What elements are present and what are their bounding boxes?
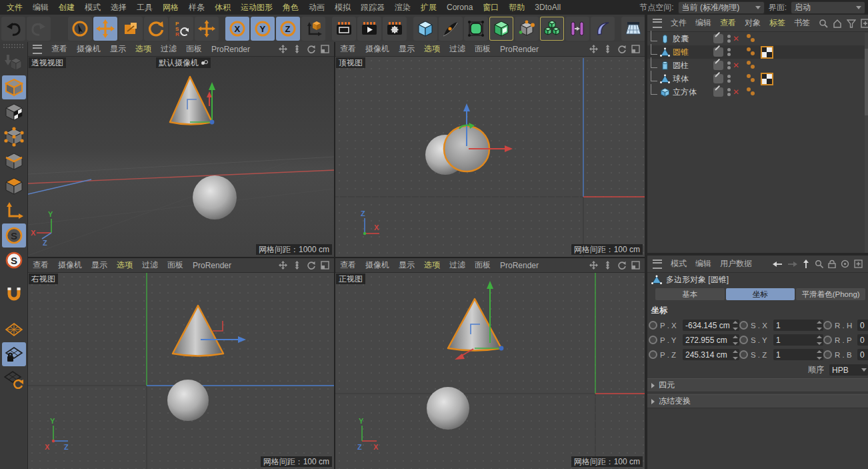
group-quaternion[interactable]: 四元 [647,378,868,392]
axis-mode-button[interactable] [2,199,26,223]
vp-menu-view[interactable]: 查看 [340,260,356,271]
vp-menu-display[interactable]: 显示 [399,260,415,271]
rotate-view-icon[interactable] [307,261,315,270]
back-icon[interactable] [773,260,783,268]
primitive-cube-button[interactable] [413,17,437,41]
visibility-dots[interactable] [727,61,731,69]
vp-menu-view[interactable]: 查看 [33,260,49,271]
point-mode-button[interactable] [2,125,26,149]
pan-view-icon[interactable] [279,261,287,270]
vp-menu-options[interactable]: 选项 [117,260,133,271]
pz-field[interactable]: 245.314 cm [683,349,739,360]
stepper-icon[interactable] [733,336,738,345]
key-circle[interactable] [823,336,832,344]
gizmo-z-handle[interactable] [499,346,504,351]
menu-mesh[interactable]: 网格 [163,2,179,13]
vp-menu-camera[interactable]: 摄像机 [365,43,389,55]
lock-icon[interactable] [828,260,836,268]
key-circle[interactable] [739,321,748,330]
panel-menu-icon[interactable] [653,260,662,269]
vp-menu-panel[interactable]: 面板 [475,43,491,55]
psr-reset-tool[interactable]: P S R [169,17,193,41]
om-menu-view[interactable]: 查看 [720,17,736,29]
enable-toggle[interactable] [713,47,723,57]
object-row-capsule[interactable]: 胶囊 ✕ [647,32,868,45]
environment-button[interactable] [621,17,645,41]
search-icon[interactable] [815,260,823,268]
edge-mode-button[interactable] [2,149,26,173]
menu-mograph[interactable]: 运动图形 [241,2,273,13]
am-menu-userdata[interactable]: 用户数据 [720,258,752,270]
interface-select[interactable]: 启动 [791,1,865,14]
tab-phong[interactable]: 平滑着色(Phong) [796,288,865,300]
key-circle[interactable] [649,336,657,344]
stepper-icon[interactable] [817,336,822,345]
viewport-right-canvas[interactable]: Y X Z 右视图 网格间距：100 cm [28,273,334,469]
vp-menu-filter[interactable]: 过滤 [449,260,465,271]
vp-menu-display[interactable]: 显示 [399,43,415,55]
panel-menu-icon[interactable] [653,19,662,28]
recent-tool-slot[interactable] [195,17,219,41]
render-settings-button[interactable] [383,17,407,41]
vp-menu-camera[interactable]: 摄像机 [365,260,389,271]
add-panel-icon[interactable] [854,260,863,268]
vp-menu-prorender[interactable]: ProRender [500,261,539,270]
sphere-object[interactable] [167,380,209,421]
enable-toggle[interactable] [713,87,723,97]
target-icon[interactable] [841,260,849,268]
pan-view-icon[interactable] [589,261,598,270]
group-freeze-transform[interactable]: 冻结变换 [647,394,868,408]
visibility-state-dots[interactable] [747,74,756,83]
undo-button[interactable] [1,17,25,41]
menu-3dtoall[interactable]: 3DtoAll [535,3,561,12]
enable-toggle[interactable] [713,61,723,70]
vp-menu-display[interactable]: 显示 [110,43,126,55]
key-circle[interactable] [823,350,832,359]
snap-enable-button[interactable]: S [2,223,26,248]
visibility-dots[interactable] [727,35,731,43]
z-axis-lock[interactable]: Z [276,17,300,41]
scale-tool[interactable] [119,17,143,41]
subdivision-surface-button[interactable] [464,17,488,41]
magnet-button[interactable] [2,283,26,307]
vp-menu-camera[interactable]: 摄像机 [77,43,101,55]
px-field[interactable]: -634.145 cm [683,320,739,331]
forward-icon[interactable] [787,260,797,268]
menu-file[interactable]: 文件 [7,2,23,13]
vp-menu-panel[interactable]: 面板 [167,260,183,271]
vp-menu-view[interactable]: 查看 [51,43,67,55]
maximize-view-icon[interactable] [321,45,329,53]
vp-menu-filter[interactable]: 过滤 [449,43,465,55]
stepper-icon[interactable] [733,350,738,360]
menu-select[interactable]: 选择 [111,2,127,13]
menu-window[interactable]: 窗口 [483,2,499,13]
visibility-dots[interactable] [727,48,731,56]
stepper-icon[interactable] [733,321,738,330]
vp-menu-view[interactable]: 查看 [340,43,356,55]
visibility-state-dots[interactable] [747,47,756,57]
py-field[interactable]: 272.955 cm [683,334,739,346]
search-icon[interactable] [819,19,828,28]
visibility-state-dots[interactable] [747,34,756,43]
menu-extensions[interactable]: 扩展 [421,2,437,13]
tab-coordinates[interactable]: 坐标 [726,288,795,300]
spline-pen-button[interactable] [439,17,463,41]
volume-builder-button[interactable] [515,17,539,41]
live-selection-tool[interactable] [68,17,92,41]
vp-menu-panel[interactable]: 面板 [475,260,491,271]
menu-tools[interactable]: 工具 [137,2,153,13]
generator-button[interactable] [489,17,513,41]
gizmo-z-handle[interactable] [210,120,215,125]
vp-menu-camera[interactable]: 摄像机 [58,260,82,271]
vp-menu-filter[interactable]: 过滤 [142,260,158,271]
om-menu-tags[interactable]: 标签 [769,17,785,29]
effector-button[interactable] [565,17,589,41]
maximize-view-icon[interactable] [321,261,329,270]
render-view-button[interactable] [332,17,356,41]
menu-render[interactable]: 渲染 [395,2,411,13]
texture-tag[interactable] [761,73,773,85]
texture-tag[interactable] [761,46,773,59]
object-row-sphere[interactable]: 球体 ✕ [647,72,868,85]
home-icon[interactable] [833,19,842,28]
viewport-front-canvas[interactable]: Y Z X 正视图 网格间距：100 cm [335,273,645,469]
